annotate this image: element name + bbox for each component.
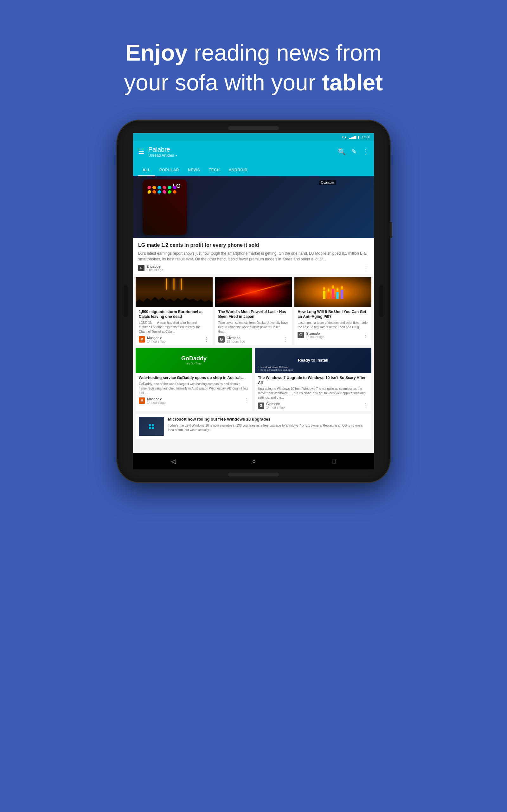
grid-article-laser[interactable]: The World's Most Powerful Laser Has Been…: [215, 277, 292, 345]
wide-article-godaddy[interactable]: GoDaddy It's Go Time Web-hosting service…: [135, 348, 252, 411]
signal-icon: ▂▄▆: [349, 135, 356, 139]
headline-tablet: tablet: [322, 70, 383, 95]
wide-title-win10: The Windows 7 Upgrade to Windows 10 Isn'…: [258, 375, 368, 386]
source-name-g2: Gizmodo: [306, 332, 324, 335]
source-mashable-2: M Mashable 14 hours ago: [139, 397, 165, 404]
grid-text-migrants: 1,500 migrants storm Eurotunnel at Calai…: [135, 307, 213, 345]
wide-text-win10: The Windows 7 Upgrade to Windows 10 Isn'…: [255, 373, 372, 411]
more-icon-2[interactable]: ⋮: [283, 336, 289, 343]
source-gizmodo-1: G Gizmodo 13 hours ago: [218, 336, 245, 343]
grid-excerpt-laser: Take cover: scientists from Osaka Univer…: [218, 321, 289, 334]
grid-row-2: GoDaddy It's Go Time Web-hosting service…: [133, 348, 374, 414]
article-more-icon[interactable]: ⋮: [363, 264, 369, 271]
single-article-win10-free[interactable]: Microsoft now rolling out free Windows 1…: [135, 414, 372, 439]
more-icon-5[interactable]: ⋮: [362, 402, 368, 409]
source-time-m2: 14 hours ago: [147, 401, 165, 404]
headline: Enjoy reading news from your sofa with y…: [0, 0, 507, 116]
toolbar-title-group: Palabre Unread Articles ▾: [148, 146, 177, 158]
wide-image-godaddy: GoDaddy It's Go Time: [135, 348, 252, 373]
grid-meta-aging: G Gizmodo 13 hours ago ⋮: [297, 332, 368, 339]
status-bar: ▾▲ ▂▄▆ ▮ 17:20: [133, 133, 374, 141]
grid-image-aging: [294, 277, 372, 307]
source-name-m1: Mashable: [147, 336, 165, 340]
toolbar-actions: 🔍 ✎ ⋮: [338, 148, 369, 155]
source-icon-m2: M: [139, 397, 145, 404]
source-time-g3: 14 hours ago: [266, 406, 285, 409]
headline-enjoy: Enjoy: [125, 40, 187, 65]
single-excerpt-win10: Today's the day! Windows 10 is now avail…: [168, 423, 368, 432]
hero-article[interactable]: LG: [133, 176, 374, 274]
wide-meta-win10: G Gizmodo 14 hours ago ⋮: [258, 402, 368, 409]
headline-line2-prefix: your sofa with your: [124, 70, 322, 95]
ready-to-install-text: Ready to install: [298, 358, 328, 362]
grid-meta-migrants: M Mashable 14 hours ago ⋮: [139, 336, 210, 343]
source-info: Engadget 5 hours ago: [147, 264, 163, 272]
tab-news[interactable]: NEWS: [183, 165, 205, 176]
hero-excerpt: LG's latest earnings report shows just h…: [138, 251, 369, 262]
battery-icon: ▮: [358, 135, 360, 139]
source-icon-m1: M: [139, 336, 145, 343]
grid-title-migrants: 1,500 migrants storm Eurotunnel at Calai…: [139, 310, 210, 319]
phone-mockup: LG: [143, 180, 187, 235]
hero-source: E Engadget 5 hours ago: [138, 264, 163, 272]
nav-back-button[interactable]: ◁: [171, 457, 176, 465]
source-icon-g3: G: [258, 403, 264, 409]
source-icon-engadget: E: [138, 265, 145, 271]
grid-title-aging: How Long Will It Be Until You Can Get an…: [297, 310, 368, 319]
source-icon-g2: G: [297, 332, 304, 338]
search-icon[interactable]: 🔍: [338, 148, 346, 155]
more-icon-3[interactable]: ⋮: [362, 332, 368, 339]
speaker-left: [124, 286, 128, 317]
grid-meta-laser: G Gizmodo 13 hours ago ⋮: [218, 336, 289, 343]
tab-all[interactable]: ALL: [138, 165, 155, 176]
more-icon[interactable]: ⋮: [362, 148, 369, 155]
nav-recents-button[interactable]: □: [332, 458, 336, 465]
wide-article-win10[interactable]: Ready to install ✓Install Windows 10 Hom…: [255, 348, 372, 411]
tab-android[interactable]: ANDROID: [224, 165, 252, 176]
wide-text-godaddy: Web-hosting service GoDaddy opens up sho…: [135, 373, 252, 406]
more-icon-1[interactable]: ⋮: [204, 336, 210, 343]
tab-bar: ALL POPULAR NEWS TECH ANDROID: [133, 162, 374, 176]
grid-title-laser: The World's Most Powerful Laser Has Been…: [218, 310, 289, 319]
source-mashable-1: M Mashable 14 hours ago: [139, 336, 165, 343]
single-title-win10: Microsoft now rolling out free Windows 1…: [168, 417, 368, 422]
nav-home-button[interactable]: ○: [252, 458, 256, 465]
grid-excerpt-migrants: LONDON — A man has died after he and hun…: [139, 321, 210, 334]
source-name-m2: Mashable: [147, 397, 165, 401]
tab-tech[interactable]: TECH: [205, 165, 224, 176]
tablet-screen: ▾▲ ▂▄▆ ▮ 17:20 ☰ Palabre Unread Articles…: [133, 133, 374, 469]
hero-image-content: LG: [133, 176, 374, 238]
tablet-device: ▾▲ ▂▄▆ ▮ 17:20 ☰ Palabre Unread Articles…: [117, 120, 390, 482]
tab-popular[interactable]: POPULAR: [155, 165, 183, 176]
source-time-g1: 13 hours ago: [227, 340, 245, 343]
grid-article-aging[interactable]: How Long Will It Be Until You Can Get an…: [294, 277, 372, 345]
wide-image-win10: Ready to install ✓Install Windows 10 Hom…: [255, 348, 372, 373]
grid-text-aging: How Long Will It Be Until You Can Get an…: [294, 307, 372, 341]
grid-row-1: 1,500 migrants storm Eurotunnel at Calai…: [133, 277, 374, 348]
wide-excerpt-godaddy: GoDaddy, one of the world's largest web …: [139, 382, 249, 395]
source-time: 5 hours ago: [147, 268, 163, 272]
status-icons: ▾▲ ▂▄▆ ▮ 17:20: [342, 135, 370, 139]
menu-icon[interactable]: ☰: [138, 148, 145, 156]
source-name: Engadget: [147, 264, 163, 268]
hero-image: LG: [133, 176, 374, 238]
edit-icon[interactable]: ✎: [351, 148, 357, 155]
hero-meta: E Engadget 5 hours ago ⋮: [138, 264, 369, 272]
quantum-badge: Quantum: [319, 180, 336, 185]
wide-meta-godaddy: M Mashable 14 hours ago ⋮: [139, 397, 249, 404]
app-title: Palabre: [148, 146, 177, 153]
hero-text: LG made 1.2 cents in profit for every ph…: [133, 238, 374, 274]
hero-title: LG made 1.2 cents in profit for every ph…: [138, 242, 369, 249]
app-toolbar: ☰ Palabre Unread Articles ▾ 🔍 ✎ ⋮: [133, 141, 374, 162]
wide-title-godaddy: Web-hosting service GoDaddy opens up sho…: [139, 375, 249, 380]
power-button: [390, 222, 392, 238]
grid-text-laser: The World's Most Powerful Laser Has Been…: [215, 307, 292, 345]
source-time-g2: 13 hours ago: [306, 335, 324, 339]
dropdown-arrow: ▾: [175, 153, 177, 158]
source-icon-g1: G: [218, 336, 225, 343]
wifi-icon: ▾▲: [342, 135, 347, 139]
grid-excerpt-aging: Last month a team of doctors and scienti…: [297, 321, 368, 329]
wide-excerpt-win10: Upgrading to Windows 10 from Windows 7 i…: [258, 387, 368, 400]
more-icon-4[interactable]: ⋮: [243, 397, 249, 404]
grid-article-migrants[interactable]: 1,500 migrants storm Eurotunnel at Calai…: [135, 277, 213, 345]
